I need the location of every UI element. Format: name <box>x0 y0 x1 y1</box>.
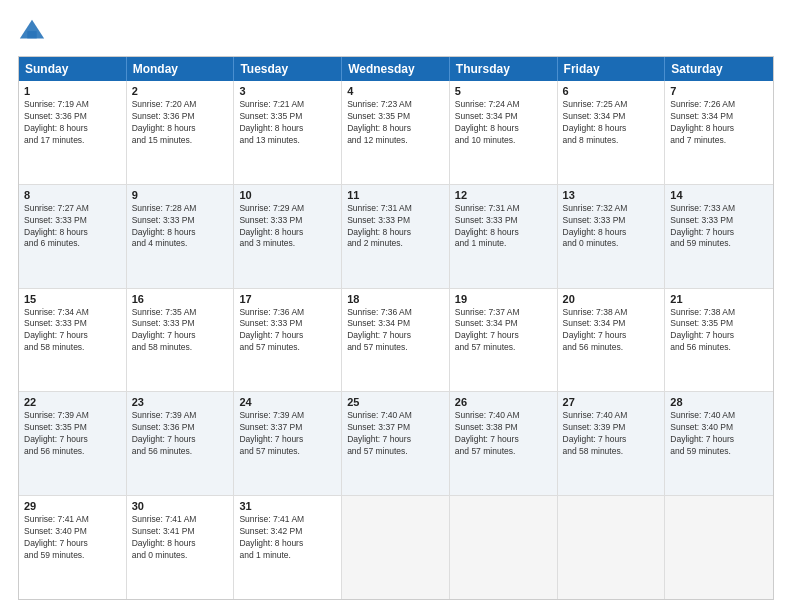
day-number: 18 <box>347 293 444 305</box>
calendar-cell-25: 25Sunrise: 7:40 AMSunset: 3:37 PMDayligh… <box>342 392 450 495</box>
calendar-cell-8: 8Sunrise: 7:27 AMSunset: 3:33 PMDaylight… <box>19 185 127 288</box>
cell-info: Sunrise: 7:31 AMSunset: 3:33 PMDaylight:… <box>347 203 444 251</box>
calendar-cell-18: 18Sunrise: 7:36 AMSunset: 3:34 PMDayligh… <box>342 289 450 392</box>
cell-info: Sunrise: 7:39 AMSunset: 3:36 PMDaylight:… <box>132 410 229 458</box>
day-number: 20 <box>563 293 660 305</box>
calendar-cell-24: 24Sunrise: 7:39 AMSunset: 3:37 PMDayligh… <box>234 392 342 495</box>
calendar-cell-14: 14Sunrise: 7:33 AMSunset: 3:33 PMDayligh… <box>665 185 773 288</box>
cell-info: Sunrise: 7:35 AMSunset: 3:33 PMDaylight:… <box>132 307 229 355</box>
cell-info: Sunrise: 7:38 AMSunset: 3:34 PMDaylight:… <box>563 307 660 355</box>
day-number: 2 <box>132 85 229 97</box>
cell-info: Sunrise: 7:40 AMSunset: 3:40 PMDaylight:… <box>670 410 768 458</box>
cell-info: Sunrise: 7:27 AMSunset: 3:33 PMDaylight:… <box>24 203 121 251</box>
cell-info: Sunrise: 7:41 AMSunset: 3:40 PMDaylight:… <box>24 514 121 562</box>
day-number: 3 <box>239 85 336 97</box>
calendar-cell-11: 11Sunrise: 7:31 AMSunset: 3:33 PMDayligh… <box>342 185 450 288</box>
calendar-cell-6: 6Sunrise: 7:25 AMSunset: 3:34 PMDaylight… <box>558 81 666 184</box>
day-number: 1 <box>24 85 121 97</box>
calendar-cell-12: 12Sunrise: 7:31 AMSunset: 3:33 PMDayligh… <box>450 185 558 288</box>
cell-info: Sunrise: 7:29 AMSunset: 3:33 PMDaylight:… <box>239 203 336 251</box>
calendar-cell-empty <box>665 496 773 599</box>
day-number: 23 <box>132 396 229 408</box>
calendar-cell-17: 17Sunrise: 7:36 AMSunset: 3:33 PMDayligh… <box>234 289 342 392</box>
cell-info: Sunrise: 7:40 AMSunset: 3:37 PMDaylight:… <box>347 410 444 458</box>
cell-info: Sunrise: 7:40 AMSunset: 3:39 PMDaylight:… <box>563 410 660 458</box>
calendar-cell-empty <box>342 496 450 599</box>
calendar-cell-28: 28Sunrise: 7:40 AMSunset: 3:40 PMDayligh… <box>665 392 773 495</box>
cell-info: Sunrise: 7:26 AMSunset: 3:34 PMDaylight:… <box>670 99 768 147</box>
day-number: 4 <box>347 85 444 97</box>
cell-info: Sunrise: 7:31 AMSunset: 3:33 PMDaylight:… <box>455 203 552 251</box>
calendar-cell-16: 16Sunrise: 7:35 AMSunset: 3:33 PMDayligh… <box>127 289 235 392</box>
day-number: 31 <box>239 500 336 512</box>
day-number: 8 <box>24 189 121 201</box>
logo-icon <box>18 18 46 46</box>
cell-info: Sunrise: 7:28 AMSunset: 3:33 PMDaylight:… <box>132 203 229 251</box>
calendar-cell-4: 4Sunrise: 7:23 AMSunset: 3:35 PMDaylight… <box>342 81 450 184</box>
cell-info: Sunrise: 7:34 AMSunset: 3:33 PMDaylight:… <box>24 307 121 355</box>
calendar-cell-empty <box>450 496 558 599</box>
calendar-cell-empty <box>558 496 666 599</box>
header-day-thursday: Thursday <box>450 57 558 81</box>
calendar-cell-29: 29Sunrise: 7:41 AMSunset: 3:40 PMDayligh… <box>19 496 127 599</box>
header-day-saturday: Saturday <box>665 57 773 81</box>
cell-info: Sunrise: 7:41 AMSunset: 3:42 PMDaylight:… <box>239 514 336 562</box>
day-number: 6 <box>563 85 660 97</box>
calendar: SundayMondayTuesdayWednesdayThursdayFrid… <box>18 56 774 600</box>
day-number: 16 <box>132 293 229 305</box>
day-number: 15 <box>24 293 121 305</box>
day-number: 29 <box>24 500 121 512</box>
calendar-cell-7: 7Sunrise: 7:26 AMSunset: 3:34 PMDaylight… <box>665 81 773 184</box>
day-number: 14 <box>670 189 768 201</box>
header <box>18 18 774 46</box>
day-number: 25 <box>347 396 444 408</box>
logo <box>18 18 50 46</box>
day-number: 24 <box>239 396 336 408</box>
cell-info: Sunrise: 7:41 AMSunset: 3:41 PMDaylight:… <box>132 514 229 562</box>
cell-info: Sunrise: 7:36 AMSunset: 3:33 PMDaylight:… <box>239 307 336 355</box>
calendar-body: 1Sunrise: 7:19 AMSunset: 3:36 PMDaylight… <box>19 81 773 599</box>
cell-info: Sunrise: 7:33 AMSunset: 3:33 PMDaylight:… <box>670 203 768 251</box>
cell-info: Sunrise: 7:39 AMSunset: 3:37 PMDaylight:… <box>239 410 336 458</box>
calendar-row-2: 8Sunrise: 7:27 AMSunset: 3:33 PMDaylight… <box>19 185 773 289</box>
cell-info: Sunrise: 7:25 AMSunset: 3:34 PMDaylight:… <box>563 99 660 147</box>
header-day-wednesday: Wednesday <box>342 57 450 81</box>
cell-info: Sunrise: 7:38 AMSunset: 3:35 PMDaylight:… <box>670 307 768 355</box>
calendar-cell-1: 1Sunrise: 7:19 AMSunset: 3:36 PMDaylight… <box>19 81 127 184</box>
header-day-friday: Friday <box>558 57 666 81</box>
day-number: 28 <box>670 396 768 408</box>
calendar-cell-15: 15Sunrise: 7:34 AMSunset: 3:33 PMDayligh… <box>19 289 127 392</box>
calendar-cell-31: 31Sunrise: 7:41 AMSunset: 3:42 PMDayligh… <box>234 496 342 599</box>
cell-info: Sunrise: 7:24 AMSunset: 3:34 PMDaylight:… <box>455 99 552 147</box>
calendar-row-5: 29Sunrise: 7:41 AMSunset: 3:40 PMDayligh… <box>19 496 773 599</box>
calendar-cell-13: 13Sunrise: 7:32 AMSunset: 3:33 PMDayligh… <box>558 185 666 288</box>
day-number: 27 <box>563 396 660 408</box>
day-number: 26 <box>455 396 552 408</box>
day-number: 17 <box>239 293 336 305</box>
day-number: 10 <box>239 189 336 201</box>
cell-info: Sunrise: 7:21 AMSunset: 3:35 PMDaylight:… <box>239 99 336 147</box>
calendar-row-4: 22Sunrise: 7:39 AMSunset: 3:35 PMDayligh… <box>19 392 773 496</box>
day-number: 12 <box>455 189 552 201</box>
cell-info: Sunrise: 7:39 AMSunset: 3:35 PMDaylight:… <box>24 410 121 458</box>
header-day-tuesday: Tuesday <box>234 57 342 81</box>
calendar-row-1: 1Sunrise: 7:19 AMSunset: 3:36 PMDaylight… <box>19 81 773 185</box>
day-number: 11 <box>347 189 444 201</box>
day-number: 21 <box>670 293 768 305</box>
svg-rect-1 <box>27 31 36 38</box>
day-number: 5 <box>455 85 552 97</box>
cell-info: Sunrise: 7:36 AMSunset: 3:34 PMDaylight:… <box>347 307 444 355</box>
calendar-cell-19: 19Sunrise: 7:37 AMSunset: 3:34 PMDayligh… <box>450 289 558 392</box>
calendar-cell-2: 2Sunrise: 7:20 AMSunset: 3:36 PMDaylight… <box>127 81 235 184</box>
cell-info: Sunrise: 7:37 AMSunset: 3:34 PMDaylight:… <box>455 307 552 355</box>
day-number: 13 <box>563 189 660 201</box>
day-number: 9 <box>132 189 229 201</box>
calendar-cell-21: 21Sunrise: 7:38 AMSunset: 3:35 PMDayligh… <box>665 289 773 392</box>
header-day-sunday: Sunday <box>19 57 127 81</box>
calendar-cell-26: 26Sunrise: 7:40 AMSunset: 3:38 PMDayligh… <box>450 392 558 495</box>
calendar-cell-10: 10Sunrise: 7:29 AMSunset: 3:33 PMDayligh… <box>234 185 342 288</box>
calendar-cell-3: 3Sunrise: 7:21 AMSunset: 3:35 PMDaylight… <box>234 81 342 184</box>
calendar-header: SundayMondayTuesdayWednesdayThursdayFrid… <box>19 57 773 81</box>
cell-info: Sunrise: 7:20 AMSunset: 3:36 PMDaylight:… <box>132 99 229 147</box>
header-day-monday: Monday <box>127 57 235 81</box>
